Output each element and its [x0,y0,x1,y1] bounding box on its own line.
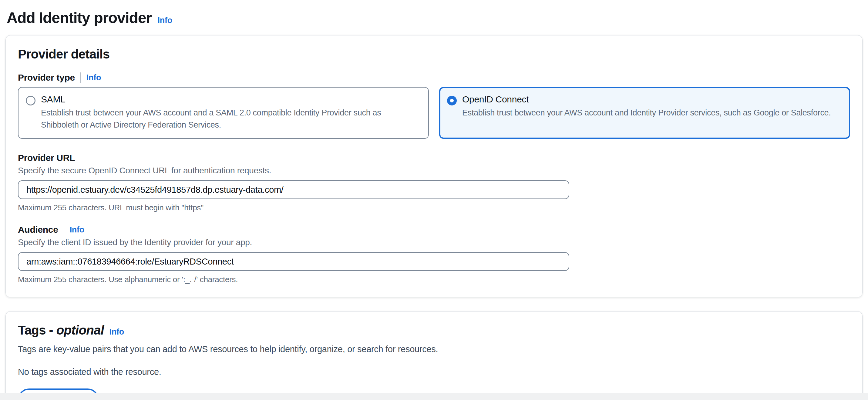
page-header: Add Identity provider Info [5,9,863,27]
provider-type-options: SAML Establish trust between your AWS ac… [18,87,850,139]
tags-heading-optional: optional [56,323,104,337]
page-title-info-link[interactable]: Info [158,16,172,25]
page-bottom-strip [0,393,868,400]
add-identity-provider-page: Add Identity provider Info Provider deta… [0,0,868,400]
audience-field: Audience Info Specify the client ID issu… [18,225,850,284]
saml-option-title: SAML [41,94,417,104]
provider-url-label: Provider URL [18,153,75,163]
saml-option-body: SAML Establish trust between your AWS ac… [41,94,417,131]
provider-details-card: Provider details Provider type Info SAML… [5,35,863,297]
audience-label: Audience [18,225,58,235]
label-divider [81,72,81,83]
openid-option-title: OpenID Connect [462,94,831,104]
audience-label-row: Audience Info [18,225,850,235]
tags-card: Tags - optional Info Tags are key-value … [5,311,863,400]
audience-info-link[interactable]: Info [70,225,84,235]
provider-type-info-link[interactable]: Info [87,73,101,82]
provider-url-label-row: Provider URL [18,153,850,163]
openid-option-body: OpenID Connect Establish trust between y… [462,94,831,131]
audience-helper: Maximum 255 characters. Use alphanumeric… [18,275,850,284]
page-title: Add Identity provider [7,9,152,27]
tags-empty-message: No tags associated with the resource. [18,367,850,377]
label-divider [64,225,64,235]
provider-type-option-openid-connect[interactable]: OpenID Connect Establish trust between y… [439,87,850,139]
provider-type-option-saml[interactable]: SAML Establish trust between your AWS ac… [18,87,429,139]
provider-url-input[interactable] [18,180,569,199]
saml-option-description: Establish trust between your AWS account… [41,107,417,131]
provider-type-field: Provider type Info SAML Establish trust … [18,72,850,139]
provider-type-label-row: Provider type Info [18,72,850,83]
openid-option-description: Establish trust between your AWS account… [462,107,831,119]
tags-heading: Tags - optional [18,323,104,338]
provider-url-helper: Maximum 255 characters. URL must begin w… [18,203,850,212]
radio-unselected-icon[interactable] [26,96,35,105]
audience-description: Specify the client ID issued by the Iden… [18,238,850,247]
tags-info-link[interactable]: Info [110,327,124,337]
radio-selected-icon[interactable] [447,96,457,105]
provider-url-field: Provider URL Specify the secure OpenID C… [18,153,850,212]
audience-input[interactable] [18,252,569,271]
provider-url-description: Specify the secure OpenID Connect URL fo… [18,166,850,175]
provider-details-heading: Provider details [18,47,850,62]
provider-type-label: Provider type [18,72,75,83]
tags-description: Tags are key-value pairs that you can ad… [18,344,850,354]
tags-heading-row: Tags - optional Info [18,322,850,338]
